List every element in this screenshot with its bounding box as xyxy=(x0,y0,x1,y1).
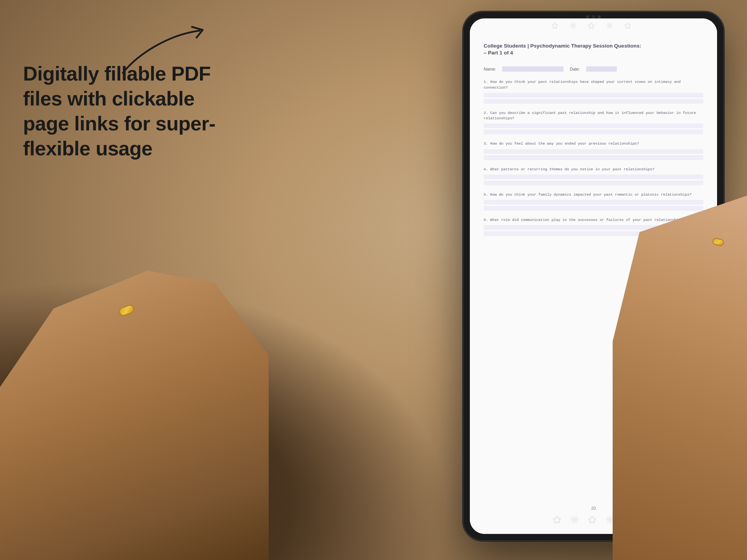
question-4-text: 4. What patterns or recurring themes do … xyxy=(484,167,703,172)
question-3: 3. How do you feel about the way you end… xyxy=(484,141,703,160)
question-4-answer[interactable] xyxy=(484,175,703,185)
question-3-text: 3. How do you feel about the way you end… xyxy=(484,141,703,147)
camera-dot-right xyxy=(598,15,601,18)
answer-line[interactable] xyxy=(484,149,703,154)
answer-line[interactable] xyxy=(484,200,703,204)
pdf-title-line2: – Part 1 of 4 xyxy=(484,50,703,56)
question-5-text: 5. How do you think your family dynamics… xyxy=(484,192,703,198)
name-field[interactable] xyxy=(502,66,564,72)
question-1-answer[interactable] xyxy=(484,93,703,104)
question-1-text: 1. How do you think your past relationsh… xyxy=(484,79,703,91)
question-4: 4. What patterns or recurring themes do … xyxy=(484,167,703,185)
answer-line[interactable] xyxy=(484,155,703,160)
pdf-title-line1: College Students | Psychodynamic Therapy… xyxy=(484,42,703,50)
answer-line[interactable] xyxy=(484,130,703,134)
answer-line[interactable] xyxy=(484,99,703,104)
camera-dot-left xyxy=(586,15,589,18)
answer-line[interactable] xyxy=(484,181,703,185)
question-2-text: 2. Can you describe a significant past r… xyxy=(484,110,703,122)
left-panel: Digitally fillable PDF files with clicka… xyxy=(23,61,230,161)
answer-line[interactable] xyxy=(484,206,703,211)
question-3-answer[interactable] xyxy=(484,149,703,160)
name-date-row: Name: Date: xyxy=(484,66,703,72)
question-5: 5. How do you think your family dynamics… xyxy=(484,192,703,211)
date-label: Date: xyxy=(570,67,580,71)
pdf-top-decoration: ✿ ❋ ✿ ❋ ✿ xyxy=(470,18,717,34)
page-number: 20 xyxy=(591,506,596,511)
pdf-title-section: College Students | Psychodynamic Therapy… xyxy=(484,42,703,56)
answer-line[interactable] xyxy=(484,124,703,128)
date-field[interactable] xyxy=(586,66,617,72)
answer-line[interactable] xyxy=(484,93,703,97)
answer-line[interactable] xyxy=(484,175,703,179)
question-1: 1. How do you think your past relationsh… xyxy=(484,79,703,104)
question-5-answer[interactable] xyxy=(484,200,703,211)
question-2: 2. Can you describe a significant past r… xyxy=(484,110,703,135)
name-label: Name: xyxy=(484,67,496,71)
question-2-answer[interactable] xyxy=(484,124,703,134)
marketing-heading: Digitally fillable PDF files with clicka… xyxy=(23,61,230,161)
